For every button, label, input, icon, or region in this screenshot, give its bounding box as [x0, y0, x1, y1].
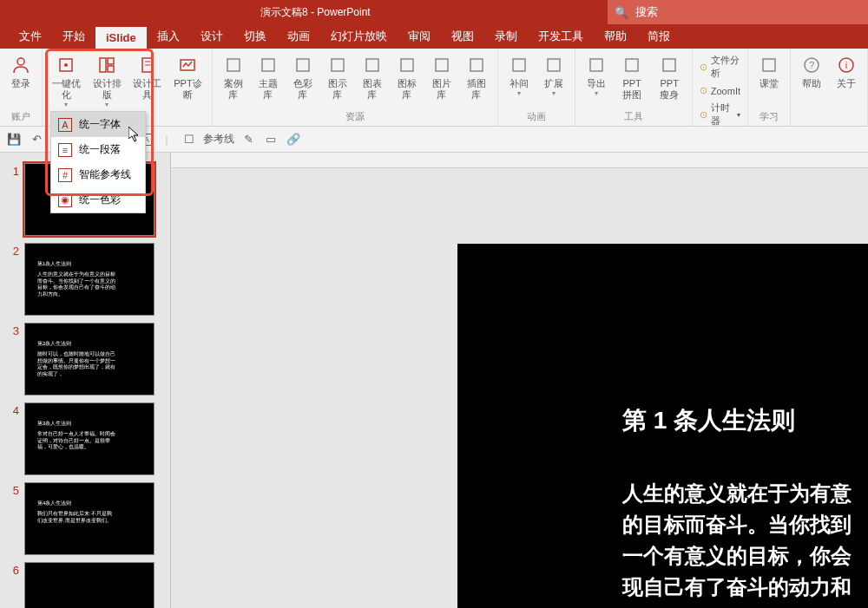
tab-动画[interactable]: 动画 [277, 24, 320, 49]
color-icon[interactable]: 色彩库 [287, 52, 319, 110]
diag-icon[interactable]: PPT诊断 [169, 52, 206, 113]
tab-简报[interactable]: 简报 [637, 24, 681, 49]
tab-设计[interactable]: 设计 [190, 24, 233, 49]
thumb-number: 1 [7, 163, 24, 236]
svg-rect-18 [513, 59, 525, 71]
theme-icon[interactable]: 主题库 [253, 52, 284, 110]
thumb-number: 3 [7, 323, 24, 396]
tools-icon[interactable]: 设计工具 [129, 52, 167, 113]
thumb-number: 4 [7, 402, 24, 475]
ribbon-group: 补间▾扩展▾动画 [498, 49, 575, 126]
tab-插入[interactable]: 插入 [147, 24, 190, 49]
piclib-icon[interactable]: 图片库 [426, 52, 457, 110]
layout-icon[interactable]: 设计排版▾ [89, 52, 126, 113]
zoom-icon[interactable]: ⊙ZoomIt [698, 83, 742, 98]
slide-body[interactable]: 人生的意义就在于为有意的目标而奋斗。当你找到一个有意义的目标，你会现自己有了奋斗… [622, 478, 852, 608]
save-icon[interactable]: 💾 [5, 131, 23, 148]
help-icon[interactable]: ?帮助 [796, 52, 827, 113]
svg-rect-10 [227, 59, 240, 71]
window-title: 演示文稿8 - PowerPoint [260, 5, 371, 20]
slide-thumbnail[interactable]: 第3条人生法则常对自己好一点人才幸福。时间会证明，对待自己好一点。是很幸福，可爱… [24, 402, 155, 475]
slide-editor[interactable]: 第 1 条人生法则 人生的意义就在于为有意的目标而奋斗。当你找到一个有意义的目标… [170, 153, 868, 608]
case-icon[interactable]: 案例库 [218, 52, 249, 110]
svg-rect-19 [548, 59, 560, 71]
ribbon-group: ?帮助i关于 [791, 49, 868, 126]
ruler [171, 153, 868, 168]
svg-rect-12 [297, 59, 309, 71]
search-icon: 🔍 [615, 6, 628, 19]
ribbon-tabs: 文件开始iSlide插入设计切换动画幻灯片放映审阅视图录制开发工具帮助简报 [0, 24, 868, 49]
svg-text:i: i [845, 60, 847, 70]
ribbon-group: 案例库主题库色彩库图示库图表库图标库图片库插图库资源 [213, 49, 498, 126]
current-slide[interactable]: 第 1 条人生法则 人生的意义就在于为有意的目标而奋斗。当你找到一个有意义的目标… [457, 244, 868, 608]
guideline-label: 参考线 [203, 132, 234, 147]
svg-rect-21 [626, 59, 638, 71]
svg-text:?: ? [809, 60, 814, 70]
svg-point-2 [64, 63, 68, 67]
analyze-icon[interactable]: ⊙文件分析 [698, 52, 742, 82]
svg-rect-13 [332, 59, 344, 71]
ribbon-group: 课堂学习 [748, 49, 791, 126]
svg-rect-4 [108, 58, 114, 64]
guideline-toggle[interactable]: ☐ [181, 131, 198, 148]
dropdown-item-2[interactable]: #智能参考线 [51, 162, 145, 187]
svg-rect-16 [436, 59, 448, 71]
search-bar[interactable]: 🔍 搜索 [608, 0, 868, 24]
slide-thumbnail[interactable]: 第4条人生法则我们只有世界如此后来:不只是我们改变世界,而是世界改变我们。 [24, 482, 155, 555]
chain-icon[interactable]: 🔗 [285, 131, 302, 148]
svg-rect-3 [100, 58, 106, 72]
export-icon[interactable]: 导出▾ [581, 52, 612, 110]
slide-thumbnail[interactable]: 第2条人生法则随时可以，也随时随地可以做自己想做的事情。只要你有一个梦想一定会，… [24, 323, 155, 396]
slide-title[interactable]: 第 1 条人生法则 [622, 404, 795, 437]
ext-icon[interactable]: 扩展▾ [538, 52, 569, 110]
diagram-icon[interactable]: 图示库 [322, 52, 353, 110]
workspace: 12第1条人生法则人生的意义就在于为有意义的目标而奋斗。当你找到了一个有意义的目… [0, 153, 868, 608]
tab-录制[interactable]: 录制 [484, 24, 528, 49]
thumb-row: 6 [0, 559, 170, 608]
tab-切换[interactable]: 切换 [233, 24, 277, 49]
svg-rect-22 [663, 59, 675, 71]
eyedrop-icon[interactable]: ✎ [240, 131, 257, 148]
puzzle-icon[interactable]: PPT拼图 [615, 52, 649, 110]
tab-文件[interactable]: 文件 [9, 24, 52, 49]
class-icon[interactable]: 课堂 [753, 52, 785, 110]
timer-icon[interactable]: ⊙计时器▾ [698, 100, 742, 129]
undo-icon[interactable]: ↶ [28, 131, 45, 148]
magic-icon[interactable]: 一键优化▾ [48, 52, 85, 113]
svg-rect-17 [470, 59, 483, 71]
picker-icon[interactable]: ▭ [262, 131, 279, 148]
slide-thumbnails[interactable]: 12第1条人生法则人生的意义就在于为有意义的目标而奋斗。当你找到了一个有意义的目… [0, 153, 170, 608]
tab-审阅[interactable]: 审阅 [398, 24, 441, 49]
thumb-row: 5第4条人生法则我们只有世界如此后来:不只是我们改变世界,而是世界改变我们。 [0, 479, 170, 559]
user-icon[interactable]: 登录 [5, 52, 36, 110]
cursor-icon [128, 127, 142, 144]
illus-icon[interactable]: 插图库 [461, 52, 492, 110]
thumb-number: 5 [7, 482, 24, 555]
ribbon-group: ⊙文件分析⊙ZoomIt⊙计时器▾ [693, 49, 748, 126]
tab-开发工具[interactable]: 开发工具 [528, 24, 594, 49]
tab-幻灯片放映[interactable]: 幻灯片放映 [320, 24, 398, 49]
thumb-number: 2 [7, 243, 24, 316]
thumb-number: 6 [7, 562, 24, 608]
tab-开始[interactable]: 开始 [52, 24, 95, 49]
slide-thumbnail[interactable]: 第1条人生法则人生的意义就在于为有意义的目标而奋斗。当你找到了一个有意义的目标，… [24, 243, 155, 316]
search-placeholder: 搜索 [635, 4, 658, 20]
tab-视图[interactable]: 视图 [441, 24, 484, 49]
thumb-row: 3第2条人生法则随时可以，也随时随地可以做自己想做的事情。只要你有一个梦想一定会… [0, 319, 170, 399]
info-icon[interactable]: i关于 [831, 52, 862, 113]
svg-rect-20 [590, 59, 602, 71]
tween-icon[interactable]: 补间▾ [503, 52, 535, 110]
dropdown-item-3[interactable]: ◉统一色彩 [51, 187, 145, 212]
svg-rect-23 [763, 59, 775, 71]
slim-icon[interactable]: PPT瘦身 [653, 52, 687, 110]
chart-icon[interactable]: 图表库 [357, 52, 388, 110]
slide-thumbnail[interactable] [24, 562, 155, 608]
thumb-row: 4第3条人生法则常对自己好一点人才幸福。时间会证明，对待自己好一点。是很幸福，可… [0, 399, 170, 479]
iconlib-icon[interactable]: 图标库 [391, 52, 423, 110]
svg-rect-11 [262, 59, 274, 71]
svg-rect-15 [401, 59, 413, 71]
svg-rect-14 [366, 59, 378, 71]
tab-iSlide[interactable]: iSlide [95, 27, 147, 49]
tab-帮助[interactable]: 帮助 [594, 24, 637, 49]
ribbon-group: 导出▾PPT拼图PPT瘦身工具 [575, 49, 693, 126]
